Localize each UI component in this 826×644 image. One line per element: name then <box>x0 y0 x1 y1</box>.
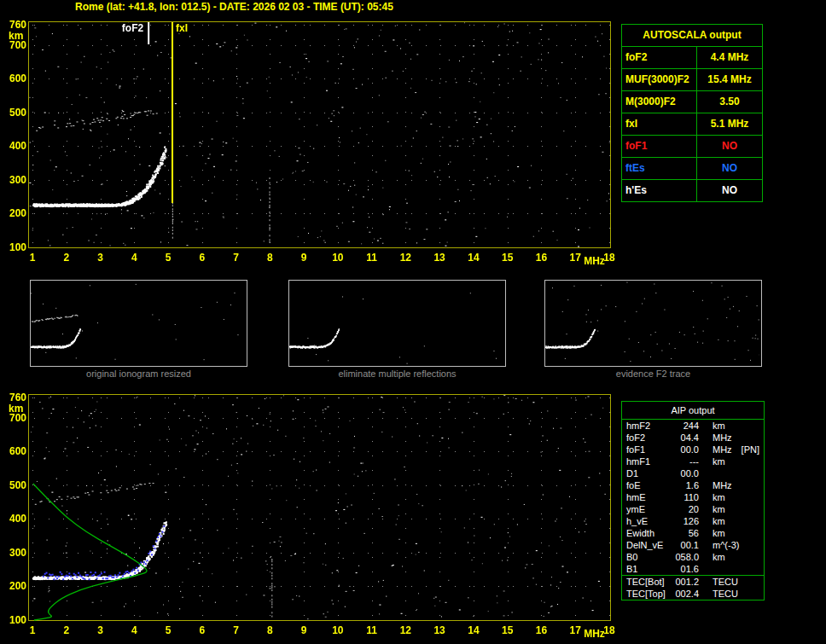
aip-param-value: 56 <box>673 527 699 539</box>
aip-param-value: 001.2 <box>673 576 699 588</box>
autoscala-param-label: MUF(3000)F2 <box>622 69 697 90</box>
aip-row-ymE: ymE20km <box>622 503 764 515</box>
station-date-header: Rome (lat: +41.8, lon: 012.5) - DATE: 20… <box>75 1 393 13</box>
aip-row-Ewidth: Ewidth56km <box>622 527 764 539</box>
aip-row-foE: foE1.6MHz <box>622 479 764 491</box>
aip-param-value: 00.0 <box>673 444 699 455</box>
aip-row-DelN_vE: DelN_vE00.1m^(-3) <box>622 539 764 551</box>
aip-param-unit: km <box>699 515 725 527</box>
thumbnail-caption-no-multiples: eliminate multiple reflections <box>288 368 506 379</box>
aip-param-value: 01.6 <box>673 563 699 575</box>
top-ionogram-plot <box>0 15 616 271</box>
aip-param-label: B0 <box>622 551 673 563</box>
autoscala-param-label: h'Es <box>622 180 697 201</box>
aip-param-label: h_vE <box>622 515 673 527</box>
autoscala-param-label: fxI <box>622 113 697 135</box>
aip-param-unit <box>699 467 713 479</box>
aip-param-value: 058.0 <box>673 551 699 563</box>
aip-param-label: foF1 <box>622 444 673 455</box>
thumbnail-no-multiples-canvas <box>289 281 503 364</box>
aip-param-label: DelN_vE <box>622 539 673 551</box>
aip-param-label: hmF1 <box>622 455 673 467</box>
autoscala-param-value: NO <box>697 158 762 179</box>
aip-param-label: ymE <box>622 503 673 515</box>
autoscala-row-MUF(3000)F2: MUF(3000)F215.4 MHz <box>622 69 762 91</box>
aip-param-unit: MHz <box>699 479 732 491</box>
aip-param-label: D1 <box>622 467 673 479</box>
aip-row-hmF1: hmF1---km <box>622 455 764 467</box>
autoscala-param-label: ftEs <box>622 158 697 179</box>
aip-param-unit: km <box>699 420 725 432</box>
aip-param-value: 00.0 <box>673 467 699 479</box>
aip-table-rows: hmF2244kmfoF204.4MHzfoF100.0MHz[PN]hmF1-… <box>622 420 764 600</box>
autoscala-param-value: 15.4 MHz <box>697 69 762 90</box>
thumbnail-original-canvas <box>31 281 245 364</box>
aip-param-unit: km <box>699 551 725 563</box>
aip-param-unit: km <box>699 503 725 515</box>
aip-param-label: foE <box>622 479 673 491</box>
aip-row-B0: B0058.0km <box>622 551 764 563</box>
bottom-ionogram-plot <box>0 388 616 644</box>
aip-param-unit: TECU <box>699 576 738 588</box>
aip-param-label: hmF2 <box>622 420 673 432</box>
autoscala-row-fxI: fxI5.1 MHz <box>622 113 762 136</box>
thumbnail-f2-evidence-canvas <box>545 281 759 364</box>
aip-param-label: Ewidth <box>622 527 673 539</box>
autoscala-row-M(3000)F2: M(3000)F23.50 <box>622 91 762 113</box>
aip-param-note: [PN] <box>742 444 764 455</box>
aip-row-TEC[Bot]: TEC[Bot]001.2TECU <box>622 575 764 588</box>
autoscala-param-value: 5.1 MHz <box>697 113 762 135</box>
aip-param-unit: TECU <box>699 588 738 600</box>
aip-param-label: TEC[Bot] <box>622 576 673 588</box>
autoscala-param-value: NO <box>697 180 762 201</box>
aip-param-value: 00.1 <box>673 539 699 551</box>
thumbnail-caption-f2-evidence: evidence F2 trace <box>544 368 762 379</box>
autoscala-row-foF1: foF1NO <box>622 136 762 158</box>
thumbnail-original-ionogram <box>30 280 247 367</box>
aip-param-unit: km <box>699 527 725 539</box>
aip-param-value: 110 <box>673 491 699 503</box>
autoscala-param-label: foF2 <box>622 47 697 68</box>
aip-param-unit: MHz <box>699 444 732 455</box>
autoscala-output-table: AUTOSCALA output foF24.4 MHzMUF(3000)F21… <box>621 24 763 202</box>
autoscala-param-label: M(3000)F2 <box>622 91 697 113</box>
autoscala-table-rows: foF24.4 MHzMUF(3000)F215.4 MHzM(3000)F23… <box>622 47 762 201</box>
autoscala-row-ftEs: ftEsNO <box>622 158 762 180</box>
aip-param-value: 04.4 <box>673 432 699 444</box>
autoscala-param-value: 4.4 MHz <box>697 47 762 68</box>
aip-row-foF1: foF100.0MHz[PN] <box>622 444 764 455</box>
aip-param-value: 002.4 <box>673 588 699 600</box>
autoscala-param-label: foF1 <box>622 136 697 157</box>
aip-param-unit: m^(-3) <box>699 539 739 551</box>
aip-row-TEC[Top]: TEC[Top]002.4TECU <box>622 588 764 600</box>
aip-row-B1: B101.6 <box>622 563 764 575</box>
aip-param-value: 20 <box>673 503 699 515</box>
thumbnail-no-multiples <box>288 280 506 367</box>
aip-param-label: foF2 <box>622 432 673 444</box>
aip-param-label: B1 <box>622 563 673 575</box>
autoscala-param-value: 3.50 <box>697 91 762 113</box>
aip-param-unit: km <box>699 455 725 467</box>
aip-row-hmE: hmE110km <box>622 491 764 503</box>
aip-param-value: 244 <box>673 420 699 432</box>
autoscala-row-h'Es: h'EsNO <box>622 180 762 201</box>
thumbnail-caption-original: original ionogram resized <box>30 368 247 379</box>
thumbnail-f2-evidence <box>544 280 762 367</box>
autoscala-row-foF2: foF24.4 MHz <box>622 47 762 69</box>
aip-param-value: 1.6 <box>673 479 699 491</box>
aip-param-label: hmE <box>622 491 673 503</box>
aip-table-title: AIP output <box>622 402 764 420</box>
aip-param-value: --- <box>673 455 699 467</box>
autoscala-param-value: NO <box>697 136 762 157</box>
aip-param-unit: MHz <box>699 432 732 444</box>
aip-param-value: 126 <box>673 515 699 527</box>
aip-param-unit: km <box>699 491 725 503</box>
aip-row-D1: D100.0 <box>622 467 764 479</box>
aip-output-table: AIP output hmF2244kmfoF204.4MHzfoF100.0M… <box>621 401 765 600</box>
aip-param-label: TEC[Top] <box>622 588 673 600</box>
autoscala-table-title: AUTOSCALA output <box>622 25 762 47</box>
aip-row-foF2: foF204.4MHz <box>622 432 764 444</box>
aip-row-h_vE: h_vE126km <box>622 515 764 527</box>
autoscala-screen: Rome (lat: +41.8, lon: 012.5) - DATE: 20… <box>0 0 826 644</box>
aip-row-hmF2: hmF2244km <box>622 420 764 432</box>
